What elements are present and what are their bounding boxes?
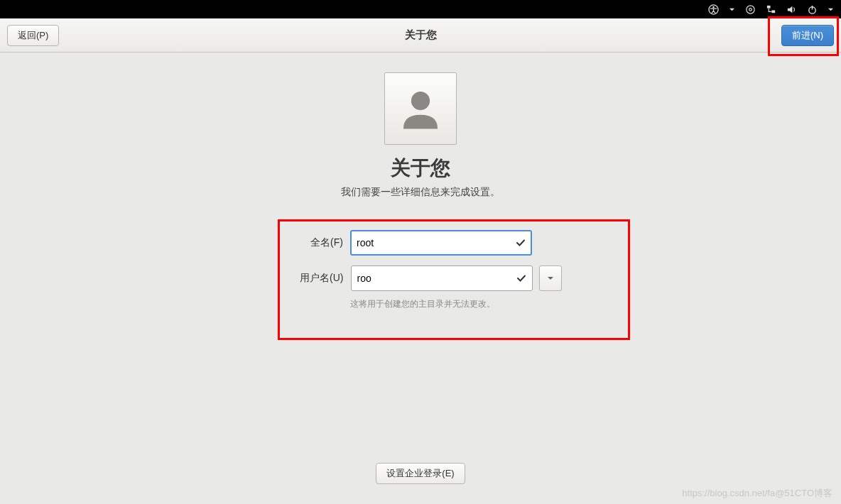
footer-actions: 设置企业登录(E) xyxy=(0,463,841,484)
check-icon xyxy=(516,273,526,283)
main-content: 关于您 我们需要一些详细信息来完成设置。 全名(F) 用户名(U) xyxy=(0,53,841,504)
avatar-placeholder[interactable] xyxy=(384,72,457,145)
username-label: 用户名(U) xyxy=(280,272,344,285)
caret-down-icon[interactable] xyxy=(729,6,735,13)
svg-point-8 xyxy=(411,92,430,110)
header-title: 关于您 xyxy=(0,28,841,42)
user-form: 全名(F) 用户名(U) 这将用于创建您的主目录并无法更改。 xyxy=(279,230,562,310)
svg-point-1 xyxy=(712,6,715,8)
check-icon xyxy=(516,238,526,248)
system-top-bar xyxy=(0,0,841,18)
accessibility-icon[interactable] xyxy=(708,4,719,15)
settings-gear-icon[interactable] xyxy=(745,4,756,15)
power-icon[interactable] xyxy=(807,4,818,15)
fullname-input-box[interactable] xyxy=(350,230,532,256)
fullname-input[interactable] xyxy=(357,237,513,248)
network-icon[interactable] xyxy=(766,4,776,15)
username-input[interactable] xyxy=(357,273,514,284)
caret-down-icon[interactable] xyxy=(828,6,834,13)
page-title: 关于您 xyxy=(391,155,450,182)
person-icon xyxy=(396,84,445,133)
svg-point-2 xyxy=(747,5,754,13)
volume-icon[interactable] xyxy=(786,4,797,15)
next-button[interactable]: 前进(N) xyxy=(781,25,834,46)
fullname-row: 全名(F) xyxy=(279,230,562,256)
username-dropdown-button[interactable] xyxy=(539,265,562,291)
username-row: 用户名(U) xyxy=(280,265,562,291)
page-subtitle: 我们需要一些详细信息来完成设置。 xyxy=(341,186,500,199)
username-hint: 这将用于创建您的主目录并无法更改。 xyxy=(350,298,495,310)
caret-down-icon xyxy=(547,275,554,282)
svg-rect-5 xyxy=(771,10,775,13)
header-bar: 返回(P) 关于您 前进(N) xyxy=(0,18,841,53)
enterprise-login-button[interactable]: 设置企业登录(E) xyxy=(376,463,465,484)
username-input-box[interactable] xyxy=(351,265,533,291)
back-button[interactable]: 返回(P) xyxy=(7,25,59,46)
svg-rect-4 xyxy=(767,5,771,8)
svg-point-3 xyxy=(749,8,752,11)
fullname-label: 全名(F) xyxy=(279,236,343,249)
watermark-text: https://blog.csdn.net/fa@51CTO博客 xyxy=(682,487,832,500)
